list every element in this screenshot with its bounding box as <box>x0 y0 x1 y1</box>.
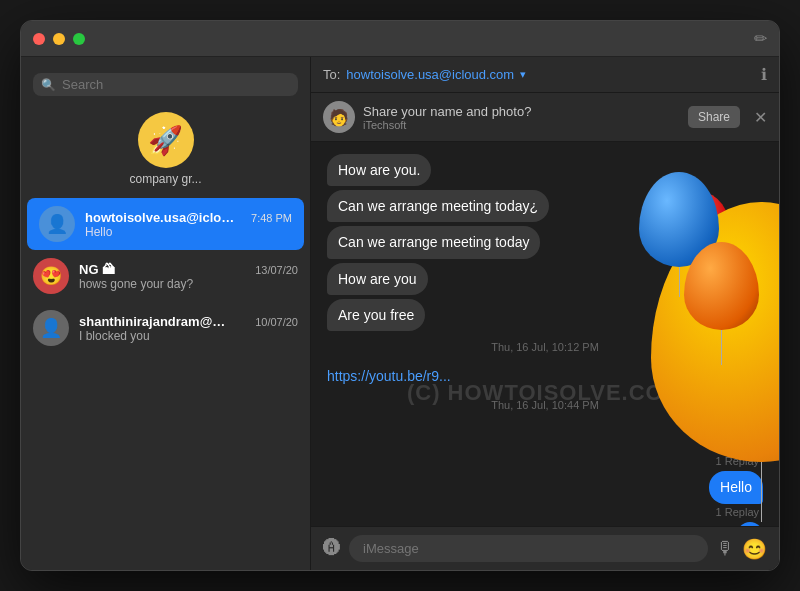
reply-info: 1 Replay <box>712 506 763 518</box>
compose-icon[interactable]: ✏ <box>754 29 767 48</box>
close-button[interactable] <box>33 33 45 45</box>
app-store-icon[interactable]: 🅐 <box>323 538 341 559</box>
conv-preview: Hello <box>85 225 292 239</box>
info-icon[interactable]: ℹ <box>761 65 767 84</box>
sidebar-header <box>21 57 310 73</box>
chevron-down-icon[interactable]: ▾ <box>520 68 526 81</box>
conversation-item[interactable]: 😍 NG 🏔 13/07/20 hows gone your day? <box>21 250 310 302</box>
maximize-button[interactable] <box>73 33 85 45</box>
conv-info: howtoisolve.usa@icloud.... 7:48 PM Hello <box>85 210 292 239</box>
message-bubble: How are you <box>327 263 428 295</box>
to-email[interactable]: howtoisolve.usa@icloud.com <box>346 67 514 82</box>
share-button[interactable]: Share <box>688 106 740 128</box>
profile-title: Share your name and photo? <box>363 104 531 119</box>
close-banner-icon[interactable]: ✕ <box>754 108 767 127</box>
profile-subtitle: iTechsoft <box>363 119 531 131</box>
conversation-item[interactable]: 👤 shanthinirajandram@gm... 10/07/20 I bl… <box>21 302 310 354</box>
sidebar: 🔍 🚀 company gr... 👤 howtoisolve.usa@iclo… <box>21 57 311 570</box>
message-bubble: Hello <box>709 471 763 503</box>
conv-info: NG 🏔 13/07/20 hows gone your day? <box>79 262 298 291</box>
avatar: 😍 <box>33 258 69 294</box>
message-link[interactable]: https://youtu.be/r9... <box>327 363 610 389</box>
reply-info: 1 Replay <box>712 455 763 467</box>
main-content: 🔍 🚀 company gr... 👤 howtoisolve.usa@iclo… <box>21 57 779 570</box>
conversation-list: 👤 howtoisolve.usa@icloud.... 7:48 PM Hel… <box>21 198 310 570</box>
search-bar[interactable]: 🔍 <box>33 73 298 96</box>
titlebar: ✏ <box>21 21 779 57</box>
conv-name: NG 🏔 <box>79 262 115 277</box>
balloon-blue <box>639 172 719 297</box>
conv-name: howtoisolve.usa@icloud.... <box>85 210 235 225</box>
group-avatar-section: 🚀 company gr... <box>21 104 310 198</box>
message-input[interactable] <box>349 535 708 562</box>
chat-header: To: howtoisolve.usa@icloud.com ▾ ℹ <box>311 57 779 93</box>
message-bubble: Can we arrange meeting today <box>327 226 540 258</box>
time-separator: Thu, 16 Jul, 10:12 PM <box>327 341 763 353</box>
avatar: 👤 <box>39 206 75 242</box>
conversation-item[interactable]: 👤 howtoisolve.usa@icloud.... 7:48 PM Hel… <box>27 198 304 250</box>
conv-time: 13/07/20 <box>255 264 298 276</box>
audio-icon[interactable]: 🎙 <box>716 538 734 559</box>
to-label: To: <box>323 67 340 82</box>
conv-time: 10/07/20 <box>255 316 298 328</box>
conv-time: 7:48 PM <box>251 212 292 224</box>
message-bubble: Can we arrange meeting today¿ <box>327 190 549 222</box>
chat-area: To: howtoisolve.usa@icloud.com ▾ ℹ 🧑 Sha… <box>311 57 779 570</box>
conv-preview: hows gone your day? <box>79 277 298 291</box>
message-bubble: Hi <box>728 421 763 453</box>
balloon-red <box>671 192 731 302</box>
main-window: ✏ 🔍 🚀 company gr... 👤 <box>20 20 780 571</box>
message-bubble: Are you free <box>327 299 425 331</box>
chat-input: 🅐 🎙 😊 <box>311 526 779 570</box>
minimize-button[interactable] <box>53 33 65 45</box>
conv-preview: I blocked you <box>79 329 298 343</box>
conv-name: shanthinirajandram@gm... <box>79 314 229 329</box>
group-name: company gr... <box>129 172 201 186</box>
emoji-icon[interactable]: 😊 <box>742 537 767 561</box>
profile-avatar: 🧑 <box>323 101 355 133</box>
profile-banner: 🧑 Share your name and photo? iTechsoft S… <box>311 93 779 142</box>
avatar: 👤 <box>33 310 69 346</box>
messages-list: How are you. Can we arrange meeting toda… <box>311 142 779 526</box>
to-field: To: howtoisolve.usa@icloud.com ▾ <box>323 67 526 82</box>
search-icon: 🔍 <box>41 78 56 92</box>
message-bubble: How are you. <box>327 154 431 186</box>
message-bubble: I <box>737 522 763 527</box>
search-input[interactable] <box>62 77 290 92</box>
group-avatar[interactable]: 🚀 <box>138 112 194 168</box>
time-separator: Thu, 16 Jul, 10:44 PM <box>327 399 763 411</box>
profile-info: 🧑 Share your name and photo? iTechsoft <box>323 101 531 133</box>
conv-info: shanthinirajandram@gm... 10/07/20 I bloc… <box>79 314 298 343</box>
